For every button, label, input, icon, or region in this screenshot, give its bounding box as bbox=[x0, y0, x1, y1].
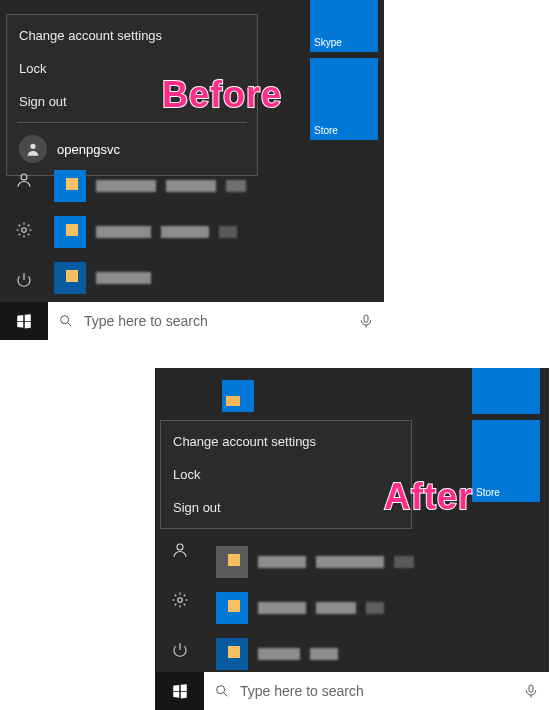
switch-user-name: openpgsvc bbox=[57, 142, 120, 157]
svg-rect-4 bbox=[364, 315, 368, 322]
start-app-list bbox=[54, 170, 344, 308]
windows-logo-icon bbox=[15, 312, 33, 330]
taskbar: Type here to search bbox=[0, 302, 384, 340]
list-item[interactable] bbox=[54, 216, 344, 248]
search-placeholder: Type here to search bbox=[84, 313, 208, 329]
start-left-rail bbox=[156, 534, 204, 666]
svg-point-7 bbox=[217, 686, 225, 694]
svg-rect-8 bbox=[529, 685, 533, 692]
start-tiles: Skype Store bbox=[310, 0, 384, 146]
microphone-icon[interactable] bbox=[358, 313, 374, 329]
annotation-before: Before bbox=[162, 74, 282, 116]
tile-skype[interactable]: Skype bbox=[310, 0, 378, 52]
list-item[interactable] bbox=[216, 546, 506, 578]
app-icon bbox=[216, 546, 248, 578]
screenshot-after: Store Change account settings Lock Sign … bbox=[155, 368, 549, 710]
blurred-text bbox=[366, 602, 384, 614]
microphone-icon[interactable] bbox=[523, 683, 539, 699]
blurred-text bbox=[166, 180, 216, 192]
app-icon bbox=[216, 592, 248, 624]
svg-point-0 bbox=[30, 144, 35, 149]
svg-point-2 bbox=[22, 228, 27, 233]
app-icon bbox=[216, 638, 248, 670]
blurred-text bbox=[258, 556, 306, 568]
blurred-text bbox=[316, 556, 384, 568]
svg-point-1 bbox=[21, 174, 27, 180]
menu-separator bbox=[17, 122, 247, 123]
blurred-text bbox=[258, 602, 306, 614]
svg-point-5 bbox=[177, 544, 183, 550]
account-button[interactable] bbox=[8, 164, 40, 196]
search-icon bbox=[58, 313, 74, 329]
start-button[interactable] bbox=[156, 672, 204, 710]
blurred-text bbox=[96, 180, 156, 192]
menu-change-account-settings[interactable]: Change account settings bbox=[7, 19, 257, 52]
taskbar-search[interactable]: Type here to search bbox=[48, 302, 384, 340]
svg-point-3 bbox=[61, 316, 69, 324]
blurred-text bbox=[96, 272, 151, 284]
blurred-text bbox=[96, 226, 151, 238]
blurred-text bbox=[226, 180, 246, 192]
list-item[interactable] bbox=[54, 170, 344, 202]
blurred-text bbox=[394, 556, 414, 568]
menu-change-account-settings[interactable]: Change account settings bbox=[161, 425, 411, 458]
search-placeholder: Type here to search bbox=[240, 683, 364, 699]
account-context-menu: Change account settings Lock Sign out bbox=[160, 420, 412, 529]
tile-generic[interactable] bbox=[472, 368, 540, 414]
start-tiles: Store bbox=[472, 368, 546, 508]
tile-label: Skype bbox=[314, 37, 342, 48]
power-button[interactable] bbox=[164, 634, 196, 666]
person-icon bbox=[19, 135, 47, 163]
list-item[interactable] bbox=[54, 262, 344, 294]
annotation-after: After bbox=[384, 476, 473, 518]
tile-label: Store bbox=[476, 487, 500, 498]
account-button[interactable] bbox=[164, 534, 196, 566]
settings-button[interactable] bbox=[8, 214, 40, 246]
blurred-text bbox=[258, 648, 300, 660]
app-icon bbox=[54, 262, 86, 294]
taskbar: Type here to search bbox=[156, 672, 549, 710]
power-button[interactable] bbox=[8, 264, 40, 296]
tile-store[interactable]: Store bbox=[472, 420, 540, 502]
windows-logo-icon bbox=[171, 682, 189, 700]
tile-store[interactable]: Store bbox=[310, 58, 378, 140]
blurred-text bbox=[310, 648, 338, 660]
blurred-text bbox=[161, 226, 209, 238]
search-icon bbox=[214, 683, 230, 699]
tile-label: Store bbox=[314, 125, 338, 136]
menu-sign-out[interactable]: Sign out bbox=[161, 491, 411, 524]
app-icon bbox=[222, 380, 254, 412]
svg-point-6 bbox=[178, 598, 183, 603]
start-button[interactable] bbox=[0, 302, 48, 340]
list-item[interactable] bbox=[216, 638, 506, 670]
taskbar-search[interactable]: Type here to search bbox=[204, 672, 549, 710]
menu-lock[interactable]: Lock bbox=[161, 458, 411, 491]
start-app-list bbox=[216, 546, 506, 684]
app-icon bbox=[54, 216, 86, 248]
app-icon bbox=[54, 170, 86, 202]
blurred-text bbox=[219, 226, 237, 238]
blurred-text bbox=[316, 602, 356, 614]
start-left-rail bbox=[0, 164, 48, 296]
screenshot-before: Skype Store Change account settings Lock… bbox=[0, 0, 384, 340]
list-item[interactable] bbox=[216, 592, 506, 624]
settings-button[interactable] bbox=[164, 584, 196, 616]
